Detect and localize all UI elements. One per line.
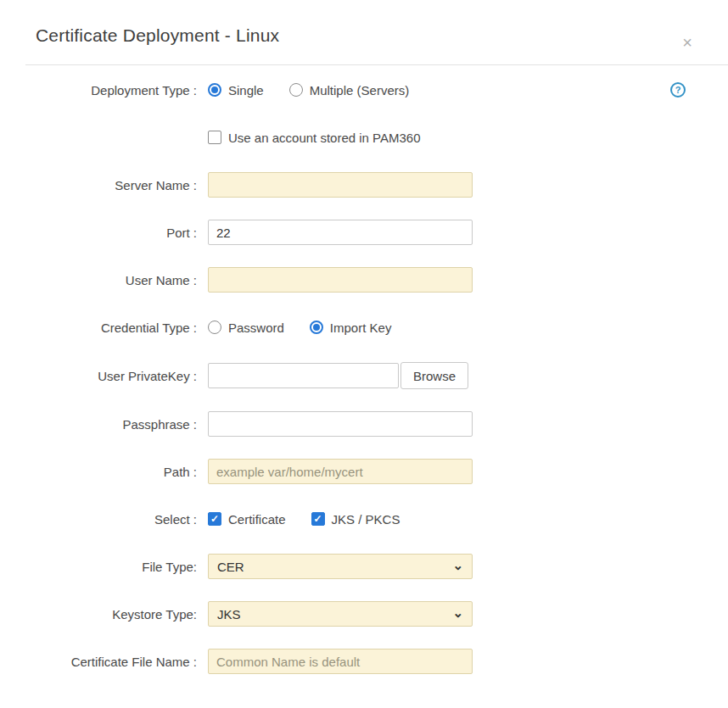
path-row: Path :: [0, 459, 686, 484]
checkbox-option-label: Certificate: [228, 512, 286, 527]
checkbox-icon[interactable]: [208, 131, 221, 144]
radio-icon[interactable]: [289, 83, 303, 97]
server-name-row: Server Name :: [0, 172, 686, 198]
pam-account-checkbox-group: Use an account stored in PAM360: [208, 131, 421, 145]
certificate-deployment-dialog: Certificate Deployment - Linux × Deploym…: [0, 0, 728, 708]
user-name-label: User Name :: [0, 273, 197, 287]
dialog-header: Certificate Deployment - Linux ×: [0, 0, 728, 64]
port-label: Port :: [0, 226, 197, 240]
private-key-input[interactable]: [208, 363, 399, 388]
file-type-row: File Type: CER ⌄: [0, 554, 686, 579]
private-key-row: User PrivateKey : Browse: [0, 362, 686, 389]
radio-option[interactable]: Single: [208, 83, 264, 98]
radio-option-label: Single: [228, 83, 264, 98]
radio-icon[interactable]: [310, 321, 323, 334]
checkbox-icon[interactable]: ✓: [208, 512, 221, 526]
checkbox-option-label: Use an account stored in PAM360: [228, 131, 421, 145]
passphrase-label: Passphrase :: [0, 417, 197, 432]
path-input[interactable]: [208, 459, 473, 484]
radio-option[interactable]: Multiple (Servers): [289, 83, 410, 98]
pam-account-row: Use an account stored in PAM360: [0, 125, 686, 150]
checkbox-option[interactable]: ✓JKS / PKCS: [311, 512, 400, 527]
passphrase-input[interactable]: [208, 411, 473, 437]
checkbox-option-label: JKS / PKCS: [332, 512, 400, 527]
cert-file-name-label: Certificate File Name :: [0, 655, 197, 669]
keystore-type-row: Keystore Type: JKS ⌄: [0, 601, 686, 627]
credential-type-label: Credential Type :: [0, 321, 197, 335]
close-icon[interactable]: ×: [682, 34, 692, 51]
chevron-down-icon: ⌄: [452, 559, 463, 571]
deployment-type-label: Deployment Type :: [0, 83, 197, 98]
select-checkbox-group: ✓Certificate✓JKS / PKCS: [208, 512, 400, 527]
dialog-title: Certificate Deployment - Linux: [36, 25, 703, 46]
select-label: Select :: [0, 512, 197, 527]
deployment-type-radio-group: SingleMultiple (Servers): [208, 83, 409, 98]
browse-button[interactable]: Browse: [400, 362, 468, 389]
radio-option-label: Multiple (Servers): [310, 83, 410, 98]
keystore-type-select[interactable]: JKS ⌄: [208, 601, 473, 627]
passphrase-row: Passphrase :: [0, 411, 686, 437]
port-input[interactable]: [208, 220, 473, 245]
cert-file-name-row: Certificate File Name :: [0, 649, 686, 674]
chevron-down-icon: ⌄: [452, 606, 463, 619]
file-type-select[interactable]: CER ⌄: [208, 554, 473, 579]
deployment-type-row: Deployment Type : SingleMultiple (Server…: [0, 77, 686, 103]
radio-option[interactable]: Password: [208, 321, 284, 335]
keystore-type-label: Keystore Type:: [0, 607, 197, 622]
private-key-label: User PrivateKey :: [0, 369, 197, 383]
user-name-input[interactable]: [208, 267, 473, 293]
help-icon[interactable]: ?: [670, 82, 686, 98]
radio-option-label: Password: [228, 321, 284, 335]
select-row: Select : ✓Certificate✓JKS / PKCS: [0, 506, 686, 532]
deployment-form: Deployment Type : SingleMultiple (Server…: [0, 65, 728, 674]
file-type-selected-value: CER: [217, 560, 244, 574]
checkbox-option[interactable]: Use an account stored in PAM360: [208, 131, 421, 145]
credential-type-radio-group: PasswordImport Key: [208, 321, 391, 335]
port-row: Port :: [0, 220, 686, 245]
radio-option[interactable]: Import Key: [310, 321, 392, 335]
radio-option-label: Import Key: [330, 321, 392, 335]
credential-type-row: Credential Type : PasswordImport Key: [0, 315, 686, 340]
keystore-type-selected-value: JKS: [217, 607, 241, 622]
server-name-input[interactable]: [208, 172, 473, 198]
file-type-label: File Type:: [0, 560, 197, 574]
server-name-label: Server Name :: [0, 178, 197, 192]
cert-file-name-input[interactable]: [208, 649, 473, 674]
user-name-row: User Name :: [0, 267, 686, 293]
path-label: Path :: [0, 465, 197, 479]
radio-icon[interactable]: [208, 321, 221, 334]
radio-icon[interactable]: [208, 83, 221, 97]
checkbox-icon[interactable]: ✓: [311, 512, 325, 526]
checkbox-option[interactable]: ✓Certificate: [208, 512, 286, 527]
